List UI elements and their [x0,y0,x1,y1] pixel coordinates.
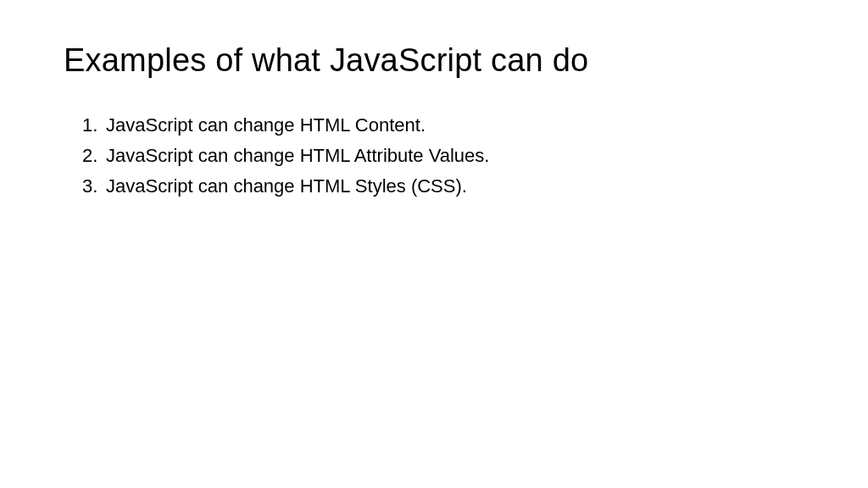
numbered-list: JavaScript can change HTML Content. Java… [64,111,804,201]
slide-title: Examples of what JavaScript can do [64,42,804,79]
list-item: JavaScript can change HTML Content. [82,111,804,140]
list-item: JavaScript can change HTML Styles (CSS). [82,172,804,201]
list-item: JavaScript can change HTML Attribute Val… [82,141,804,170]
